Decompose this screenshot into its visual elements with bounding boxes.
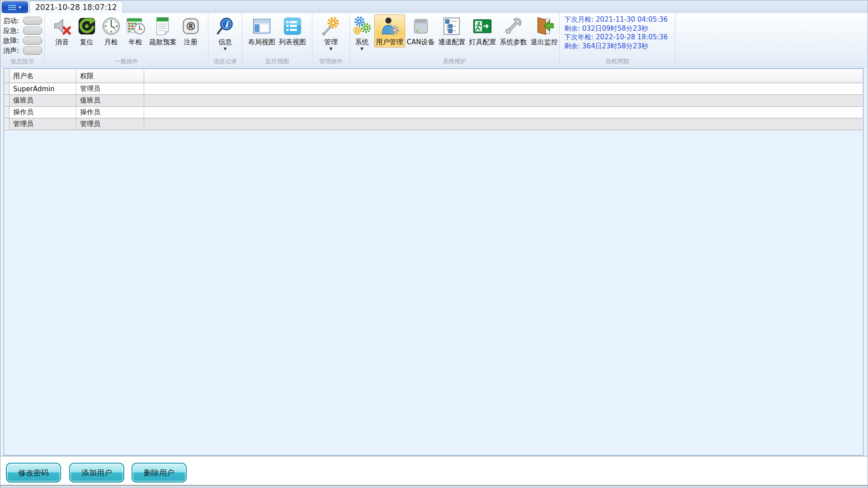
ribbon-item-label: 信息 xyxy=(218,38,232,46)
ribbon-item-evacuation-plan[interactable]: 疏散预案 xyxy=(148,14,179,47)
annual-check-icon xyxy=(125,16,146,37)
ribbon-item-label: 管理 xyxy=(324,38,338,46)
lamp-config-icon xyxy=(472,16,493,37)
status-label-start: 启动: xyxy=(3,17,23,25)
ribbon-item-monthly-check[interactable]: 月检 xyxy=(99,14,123,47)
table-row[interactable]: 管理员 管理员 xyxy=(5,118,863,130)
status-label-emergency: 应急: xyxy=(3,27,23,35)
ribbon-item-label: 疏散预案 xyxy=(150,38,177,46)
ribbon-item-system[interactable]: 系统 ▼ xyxy=(350,14,374,52)
ribbon: 启动: 应急: 故障: 消声: 状态提示 xyxy=(0,13,868,67)
status-label-silence: 消声: xyxy=(3,47,23,55)
system-icon xyxy=(352,16,373,37)
add-user-button[interactable]: 添加用户 xyxy=(69,463,124,483)
ribbon-item-list-view[interactable]: 列表视图 xyxy=(277,14,308,47)
ribbon-item-label: 退出监控 xyxy=(530,38,557,46)
content-panel: 用户名 权限 SuperAdmin 管理员 值班员 值班员 操作员 操作员 xyxy=(4,68,863,455)
change-password-button[interactable]: 修改密码 xyxy=(6,463,61,483)
next-monthly-check-text: 下次月检: 2021-11-30 04:05:36 xyxy=(564,15,675,24)
ribbon-item-label: 系统 xyxy=(355,38,369,46)
row-selector[interactable] xyxy=(5,107,9,118)
row-selector-header xyxy=(5,70,9,83)
permission-cell: 管理员 xyxy=(76,83,144,94)
chevron-down-icon: ▼ xyxy=(360,47,363,51)
exit-monitor-icon xyxy=(533,16,554,37)
ribbon-group-system-maintenance: 系统 ▼ 用户管理 xyxy=(350,13,560,67)
ribbon-item-channel-config[interactable]: 通道配置 xyxy=(436,14,467,47)
ribbon-item-layout-view[interactable]: 布局视图 xyxy=(246,14,277,47)
ribbon-item-user-management[interactable]: 用户管理 xyxy=(374,14,405,47)
ribbon-group-monitor-views: 布局视图 列表视图 xyxy=(242,13,312,67)
status-row-silence: 消声: xyxy=(3,46,44,56)
ribbon-item-label: 用户管理 xyxy=(376,38,403,46)
evacuation-plan-icon xyxy=(153,16,174,37)
table-row[interactable]: SuperAdmin 管理员 xyxy=(5,83,863,95)
ribbon-item-label: 年检 xyxy=(129,38,142,46)
permission-cell: 操作员 xyxy=(76,107,144,118)
permission-cell: 值班员 xyxy=(76,95,144,106)
tab-label: 2021-10-28 18:07:12 xyxy=(35,3,117,12)
delete-user-button[interactable]: 删除用户 xyxy=(132,463,187,483)
ribbon-item-label: 注册 xyxy=(184,38,198,46)
row-selector[interactable] xyxy=(5,83,9,94)
row-selector[interactable] xyxy=(5,95,9,106)
list-view-icon xyxy=(282,16,303,37)
mute-icon xyxy=(52,16,73,37)
layout-view-icon xyxy=(251,16,272,37)
status-row-fault: 故障: xyxy=(3,36,44,46)
filler-cell xyxy=(144,118,863,130)
permission-cell: 管理员 xyxy=(76,118,144,130)
ribbon-spacer xyxy=(675,13,868,67)
start-led-indicator xyxy=(23,17,42,25)
ribbon-group-status: 启动: 应急: 故障: 消声: 状态提示 xyxy=(0,13,45,67)
ribbon-item-system-params[interactable]: 系统参数 xyxy=(498,14,528,47)
user-table: 用户名 权限 SuperAdmin 管理员 值班员 值班员 操作员 操作员 xyxy=(5,70,863,130)
group-label-manage-ops: 管理操作 xyxy=(312,57,349,66)
table-row[interactable]: 操作员 操作员 xyxy=(5,107,863,118)
ribbon-item-label: 复位 xyxy=(80,38,94,46)
status-row-start: 启动: xyxy=(3,16,44,26)
ribbon-item-info[interactable]: i 信息 ▼ xyxy=(213,14,237,52)
monthly-remaining-text: 剩余: 032日09时58分23秒 xyxy=(564,24,675,33)
ribbon-item-label: 系统参数 xyxy=(500,38,527,46)
ribbon-item-label: 月检 xyxy=(104,38,118,46)
ribbon-item-lamp-config[interactable]: 灯具配置 xyxy=(467,14,498,47)
user-management-icon xyxy=(379,16,400,37)
username-cell: 管理员 xyxy=(9,118,76,130)
titlebar: 2021-10-28 18:07:12 xyxy=(0,0,868,14)
info-icon: i xyxy=(215,16,236,37)
ribbon-item-label: 列表视图 xyxy=(279,38,306,46)
status-label-fault: 故障: xyxy=(3,37,23,45)
column-header-permission[interactable]: 权限 xyxy=(76,70,144,83)
group-label-monitor-views: 监控视图 xyxy=(242,57,312,66)
ribbon-item-annual-check[interactable]: 年检 xyxy=(123,14,148,47)
ribbon-item-mute[interactable]: 消音 xyxy=(50,14,75,47)
next-annual-check-text: 下次年检: 2022-10-28 18:05:36 xyxy=(564,33,675,42)
row-selector[interactable] xyxy=(5,118,9,130)
ribbon-item-label: 通道配置 xyxy=(438,38,465,46)
fault-led-indicator xyxy=(23,37,42,45)
ribbon-item-manage[interactable]: 管理 ▼ xyxy=(319,14,343,52)
channel-config-icon xyxy=(441,16,462,37)
status-row-emergency: 应急: xyxy=(3,26,44,36)
emergency-led-indicator xyxy=(23,27,42,35)
manage-icon xyxy=(321,16,341,37)
ribbon-item-can-device[interactable]: CAN设备 xyxy=(405,14,437,47)
ribbon-group-manage-ops: 管理 ▼ 管理操作 xyxy=(312,13,350,67)
time-tab[interactable]: 2021-10-28 18:07:12 xyxy=(29,1,123,13)
group-label-selfcheck: 自检周期 xyxy=(560,57,675,66)
table-row[interactable]: 值班员 值班员 xyxy=(5,95,863,107)
group-label-general: 一般操作 xyxy=(45,57,208,66)
column-header-username[interactable]: 用户名 xyxy=(9,70,76,83)
app-menu-button[interactable] xyxy=(2,1,28,13)
reset-icon xyxy=(76,16,97,37)
ribbon-item-reset[interactable]: 复位 xyxy=(75,14,99,47)
group-label-info-record: 信息记录 xyxy=(208,57,242,66)
ribbon-group-selfcheck: 下次月检: 2021-11-30 04:05:36 剩余: 032日09时58分… xyxy=(560,13,675,67)
ribbon-item-register[interactable]: ® 注册 xyxy=(179,14,203,47)
column-header-filler xyxy=(144,70,863,83)
ribbon-item-exit-monitor[interactable]: 退出监控 xyxy=(528,14,559,47)
table-header-row: 用户名 权限 xyxy=(5,70,863,83)
filler-cell xyxy=(144,95,863,106)
ribbon-item-label: CAN设备 xyxy=(407,38,435,46)
